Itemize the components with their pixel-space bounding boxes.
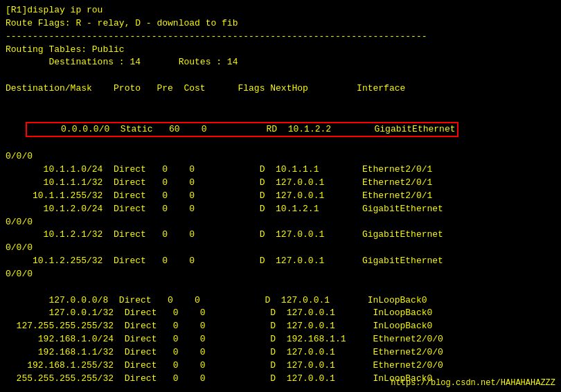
terminal-window: [R1]display ip rou Route Flags: R - rela… [0, 0, 561, 392]
command-line: [R1]display ip rou [6, 4, 555, 17]
route-1012255: 10.1.2.255/32 Direct 0 0 D 127.0.0.1 Gig… [6, 255, 555, 268]
route-127255255255: 127.255.255.255/32 Direct 0 0 D 127.0.0.… [6, 320, 555, 333]
route-192168132: 192.168.1.1/32 Direct 0 0 D 127.0.0.1 Et… [6, 346, 555, 359]
blog-url: https://blog.csdn.net/HAHAHAHAZZZ [391, 378, 555, 388]
flags-description: Route Flags: R - relay, D - download to … [6, 17, 555, 30]
route-1011255: 10.1.1.255/32 Direct 0 0 D 127.0.0.1 Eth… [6, 190, 555, 203]
route-101224: 10.1.2.0/24 Direct 0 0 D 10.1.2.1 Gigabi… [6, 203, 555, 216]
route-192168124: 192.168.1.0/24 Direct 0 0 D 192.168.1.1 … [6, 333, 555, 346]
destinations-count: Destinations : 14 Routes : 14 [6, 56, 555, 69]
default-route-iface: 0/0/0 [6, 150, 555, 163]
blank-line-2 [6, 96, 555, 109]
route-10120-iface: 0/0/0 [6, 216, 555, 229]
route-1270132: 127.0.0.1/32 Direct 0 0 D 127.0.0.1 InLo… [6, 307, 555, 320]
route-101232: 10.1.2.1/32 Direct 0 0 D 127.0.0.1 Gigab… [6, 229, 555, 242]
route-127008: 127.0.0.0/8 Direct 0 0 D 127.0.0.1 InLoo… [6, 294, 555, 308]
route-10121-iface: 0/0/0 [6, 242, 555, 255]
blank-line-1 [6, 69, 555, 82]
highlighted-route: 0.0.0.0/0 Static 60 0 RD 10.1.2.2 Gigabi… [26, 122, 458, 138]
blank-line-3 [6, 281, 555, 294]
route-10122255-iface: 0/0/0 [6, 268, 555, 281]
route-101132: 10.1.1.1/32 Direct 0 0 D 127.0.0.1 Ether… [6, 177, 555, 190]
default-route-row: 0.0.0.0/0 Static 60 0 RD 10.1.2.2 Gigabi… [6, 109, 555, 151]
column-header: Destination/Mask Proto Pre Cost Flags Ne… [6, 82, 555, 96]
routing-tables-label: Routing Tables: Public [6, 44, 555, 57]
separator-line: ----------------------------------------… [6, 30, 555, 44]
route-1011024: 10.1.1.0/24 Direct 0 0 D 10.1.1.1 Ethern… [6, 163, 555, 177]
route-19216825532: 192.168.1.255/32 Direct 0 0 D 127.0.0.1 … [6, 359, 555, 373]
